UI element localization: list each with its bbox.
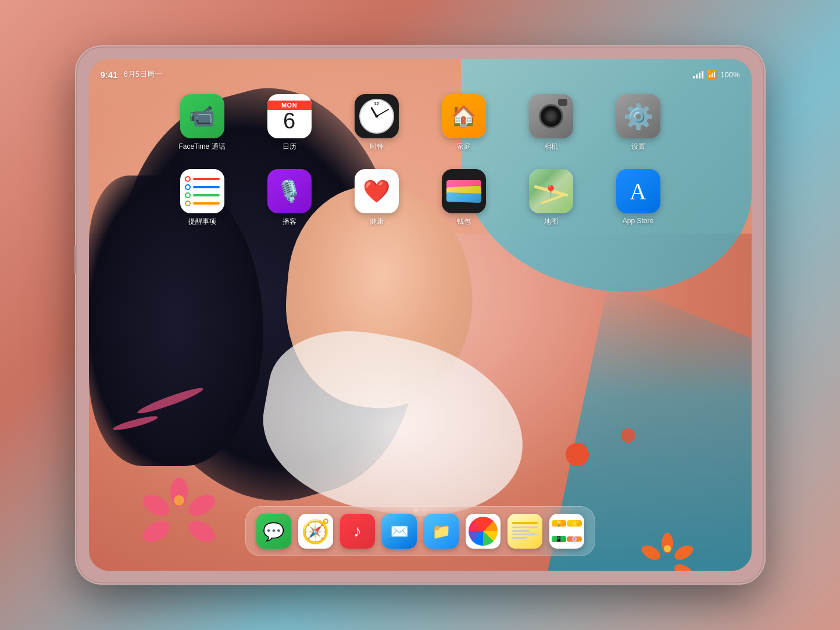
mail-dock-icon[interactable]: ✉️ [382, 514, 417, 549]
camera-viewfinder [558, 99, 567, 106]
wallet-icon[interactable] [442, 169, 486, 213]
wifi-icon: 📶 [707, 70, 717, 79]
files-dock-icon[interactable]: 📁 [424, 514, 459, 549]
clock-minute-hand [376, 109, 389, 117]
appstore-label: App Store [623, 217, 653, 225]
status-time: 9:41 [101, 70, 118, 80]
app-calendar[interactable]: MON 6 日历 [252, 94, 327, 152]
appstore-icon[interactable]: A [616, 169, 660, 213]
folder-icon: 📁 [432, 522, 451, 540]
settings-icon[interactable]: ⚙️ [616, 94, 660, 138]
app-wallet[interactable]: 钱包 [426, 169, 502, 227]
messages-bubble-icon: 💬 [263, 521, 284, 542]
status-right-icons: 📶 100% [693, 70, 739, 79]
app-maps[interactable]: 📍 地图 [513, 169, 589, 227]
heart-icon: ❤️ [363, 178, 390, 204]
app-grid: 📹 FaceTime 通话 MON 6 日历 12 [165, 94, 676, 227]
app-settings[interactable]: ⚙️ 设置 [600, 94, 676, 152]
podcasts-icon[interactable]: 🎙️ [267, 169, 312, 213]
dock: 💬 🧭 ♪ ✉️ [245, 506, 595, 556]
music-dock-icon[interactable]: ♪ [340, 514, 375, 549]
app-appstore[interactable]: A App Store [600, 169, 676, 227]
dock-app-photos[interactable] [466, 514, 501, 549]
settings-label: 设置 [631, 142, 645, 152]
app-reminders[interactable]: 提醒事项 [165, 169, 240, 227]
health-icon[interactable]: ❤️ [355, 169, 399, 213]
signal-icon [693, 71, 703, 78]
app-clock[interactable]: 12 时钟 [339, 94, 414, 152]
camera-label: 相机 [544, 142, 558, 152]
reminders-label: 提醒事项 [188, 217, 216, 227]
safari-dock-icon[interactable]: 🧭 [298, 514, 333, 549]
facetime-label: FaceTime 通话 [178, 142, 225, 152]
clock-label: 时钟 [370, 142, 384, 152]
calendar-icon[interactable]: MON 6 [267, 94, 312, 138]
app-health[interactable]: ❤️ 健康 [339, 169, 414, 227]
home-icon[interactable]: 🏠 [442, 94, 486, 138]
dock-app-mail[interactable]: ✉️ [382, 514, 417, 549]
wallet-label: 钱包 [457, 217, 471, 227]
gear-icon: ⚙️ [623, 102, 653, 131]
music-note-icon: ♪ [353, 522, 362, 540]
ipad-device: 9:41 6月5日周一 📶 100% 📹 [77, 48, 763, 582]
maps-label: 地图 [544, 217, 558, 227]
compass-icon: 🧭 [301, 518, 330, 545]
extras-dock-icon[interactable]: 💡 ⭐ 📱 🌸 [549, 514, 584, 549]
clock-icon[interactable]: 12 [355, 94, 399, 138]
app-facetime[interactable]: 📹 FaceTime 通话 [165, 94, 240, 152]
clock-face: 12 [359, 99, 394, 134]
dock-app-notes[interactable] [507, 514, 542, 549]
calendar-day: 6 [283, 110, 295, 132]
status-date: 6月5日周一 [124, 69, 162, 80]
mail-envelope-icon: ✉️ [390, 522, 409, 540]
dock-app-files[interactable]: 📁 [424, 514, 459, 549]
ipad-screen: 9:41 6月5日周一 📶 100% 📹 [89, 59, 752, 571]
battery-icon: 100% [720, 70, 739, 79]
app-home[interactable]: 🏠 家庭 [426, 94, 502, 152]
house-icon: 🏠 [451, 104, 477, 128]
dock-app-music[interactable]: ♪ [340, 514, 375, 549]
home-label: 家庭 [457, 142, 471, 152]
calendar-label: 日历 [283, 142, 296, 152]
maps-icon[interactable]: 📍 [529, 169, 573, 213]
appstore-letter-icon: A [630, 178, 646, 205]
maps-pin-icon: 📍 [544, 184, 558, 198]
mic-icon: 🎙️ [276, 179, 302, 203]
camera-icon[interactable] [529, 94, 573, 138]
notes-dock-icon[interactable] [507, 514, 542, 549]
app-podcasts[interactable]: 🎙️ 播客 [252, 169, 327, 227]
dock-app-safari[interactable]: 🧭 [298, 514, 333, 549]
facetime-icon[interactable]: 📹 [180, 94, 224, 138]
messages-dock-icon[interactable]: 💬 [256, 514, 291, 549]
dock-app-messages[interactable]: 💬 [256, 514, 291, 549]
app-camera[interactable]: 相机 [513, 94, 589, 152]
status-bar: 9:41 6月5日周一 📶 100% [89, 59, 752, 85]
photos-dock-icon[interactable] [466, 514, 501, 549]
camera-lens [539, 104, 563, 128]
photos-wheel-icon [469, 517, 498, 546]
dock-app-extras[interactable]: 💡 ⭐ 📱 🌸 [549, 514, 584, 549]
facetime-camera-icon: 📹 [189, 104, 215, 128]
podcasts-label: 播客 [283, 217, 296, 227]
reminders-icon[interactable] [180, 169, 224, 213]
health-label: 健康 [370, 217, 384, 227]
